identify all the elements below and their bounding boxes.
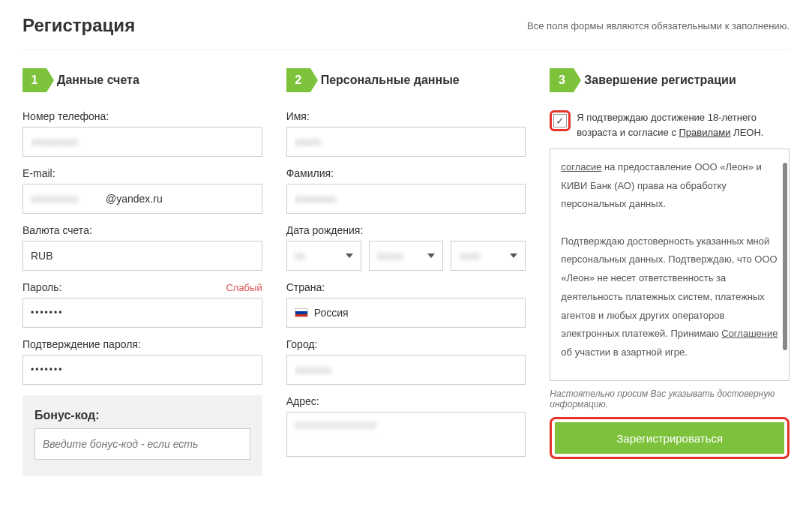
flag-russia-icon	[295, 308, 308, 317]
bonus-section: Бонус-код:	[22, 395, 262, 476]
password-input[interactable]	[22, 298, 262, 328]
birthdate-label: Дата рождения:	[286, 224, 526, 236]
rules-link[interactable]: Правилами	[679, 127, 731, 138]
password-confirm-input[interactable]	[22, 355, 262, 385]
currency-label: Валюта счета:	[22, 224, 262, 236]
email-label: E-mail:	[22, 167, 262, 179]
birth-day-select[interactable]: xx	[286, 241, 361, 271]
terms-box[interactable]: согласие на предоставление ООО «Леон» и …	[550, 148, 790, 381]
page-title: Регистрация	[22, 15, 135, 36]
bonus-input[interactable]	[34, 428, 250, 460]
scrollbar[interactable]	[783, 163, 787, 350]
submit-highlight: Зарегистрироваться	[550, 417, 790, 459]
chevron-down-icon	[346, 254, 353, 258]
city-input[interactable]	[286, 355, 526, 385]
birth-month-select[interactable]: xxxxx	[369, 241, 444, 271]
step-3-number: 3	[550, 68, 574, 92]
chevron-down-icon	[427, 254, 435, 258]
currency-input[interactable]	[22, 241, 262, 271]
step-2-title: Персональные данные	[321, 74, 460, 87]
registration-form: Регистрация Все поля формы являются обяз…	[0, 0, 812, 491]
column-personal: 2 Персональные данные Имя: Фамилия: Дата…	[286, 68, 526, 476]
country-select[interactable]: Россия	[286, 298, 526, 328]
step-2-header: 2 Персональные данные	[286, 68, 526, 92]
city-label: Город:	[286, 338, 526, 350]
lastname-label: Фамилия:	[286, 167, 526, 179]
password-confirm-label: Подтверждение пароля:	[22, 338, 262, 350]
password-strength: Слабый	[226, 282, 262, 293]
page-header: Регистрация Все поля формы являются обяз…	[22, 15, 790, 50]
agree-checkbox[interactable]: ✓	[553, 114, 567, 128]
country-value: Россия	[314, 307, 349, 319]
phone-label: Номер телефона:	[22, 110, 262, 122]
birth-year-select[interactable]: xxxx	[451, 241, 526, 271]
address-input[interactable]: xxxxxxxxxxxxx	[286, 412, 526, 457]
step-1-title: Данные счета	[57, 74, 139, 87]
step-1-header: 1 Данные счета	[22, 68, 262, 92]
email-input[interactable]: xxxxxxxxx@yandex.ru	[22, 184, 262, 214]
agree-label: Я подтверждаю достижение 18-летнего возр…	[577, 110, 790, 140]
address-label: Адрес:	[286, 395, 526, 407]
step-2-number: 2	[286, 68, 310, 92]
chevron-down-icon	[510, 254, 517, 258]
column-complete: 3 Завершение регистрации ✓ Я подтверждаю…	[550, 68, 790, 476]
agreement-link[interactable]: Соглашение	[721, 328, 778, 339]
column-account: 1 Данные счета Номер телефона: E-mail: x…	[22, 68, 262, 476]
firstname-input[interactable]	[286, 127, 526, 157]
disclaimer-text: Настоятельно просим Вас указывать достов…	[550, 388, 790, 410]
step-3-title: Завершение регистрации	[584, 74, 736, 87]
agree-checkbox-highlight: ✓	[550, 110, 571, 131]
firstname-label: Имя:	[286, 110, 526, 122]
country-label: Страна:	[286, 281, 526, 293]
phone-input[interactable]	[22, 127, 262, 157]
step-3-header: 3 Завершение регистрации	[550, 68, 790, 92]
password-label: Пароль:	[22, 281, 61, 293]
lastname-input[interactable]	[286, 184, 526, 214]
required-hint: Все поля формы являются обязательными к …	[527, 20, 790, 32]
submit-button[interactable]: Зарегистрироваться	[555, 422, 784, 454]
step-1-number: 1	[22, 68, 46, 92]
bonus-label: Бонус-код:	[34, 409, 100, 422]
